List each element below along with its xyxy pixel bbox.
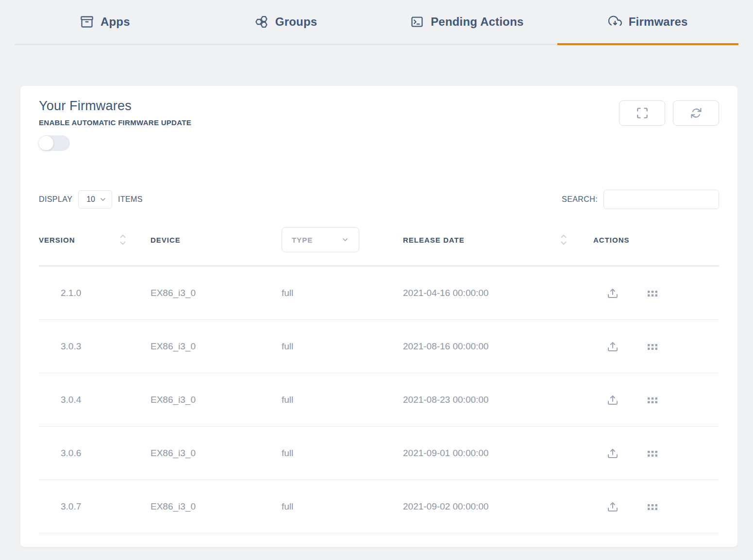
upload-firmware-button[interactable] — [607, 341, 619, 352]
row-menu-button[interactable] — [647, 394, 658, 406]
cell-release-date: 2021-09-02 00:00:00 — [403, 501, 573, 512]
table-row: 3.0.7 EX86_i3_0 full 2021-09-02 00:00:00 — [39, 480, 719, 533]
column-header-device: DEVICE — [151, 236, 282, 244]
upload-firmware-button[interactable] — [607, 447, 619, 459]
cell-release-date: 2021-04-16 00:00:00 — [403, 288, 573, 298]
tab-apps[interactable]: Apps — [15, 0, 196, 44]
cell-actions — [573, 394, 719, 406]
upload-firmware-button[interactable] — [607, 394, 619, 406]
column-header-type: TYPE — [282, 227, 403, 252]
upload-firmware-button[interactable] — [607, 501, 619, 512]
auto-update-toggle[interactable] — [39, 135, 70, 151]
page-size-select[interactable]: 10 — [78, 190, 112, 209]
table-row: 3.0.4 EX86_i3_0 full 2021-08-23 00:00:00 — [39, 373, 719, 427]
cell-device: EX86_i3_0 — [151, 288, 282, 298]
tab-label: Apps — [100, 15, 130, 29]
tab-label: Groups — [275, 15, 318, 29]
cell-version: 3.0.4 — [39, 395, 151, 405]
column-header-release-date[interactable]: RELEASE DATE — [403, 234, 573, 245]
cell-release-date: 2021-08-16 00:00:00 — [403, 341, 573, 352]
items-label: ITEMS — [118, 195, 143, 204]
apps-icon — [80, 15, 94, 29]
cell-type: full — [282, 341, 403, 352]
fullscreen-icon — [636, 107, 649, 119]
table-header-row: VERSION DEVICE TYPE RELEASE DATE — [39, 214, 719, 266]
row-menu-button[interactable] — [647, 341, 658, 352]
cell-actions — [573, 341, 719, 352]
refresh-button[interactable] — [673, 100, 719, 126]
display-label: DISPLAY — [39, 195, 72, 204]
tab-groups[interactable]: Groups — [196, 0, 377, 44]
cell-actions — [573, 287, 719, 299]
tab-label: Firmwares — [629, 15, 688, 29]
cell-device: EX86_i3_0 — [151, 341, 282, 352]
firmwares-table: VERSION DEVICE TYPE RELEASE DATE — [39, 214, 719, 533]
refresh-icon — [690, 107, 702, 119]
row-menu-button[interactable] — [647, 287, 658, 299]
upload-firmware-button[interactable] — [607, 287, 619, 299]
sort-arrows-release-date[interactable] — [560, 234, 567, 245]
cell-type: full — [282, 288, 403, 298]
pending-actions-icon — [410, 15, 424, 29]
top-tab-bar: Apps Groups Pending Actions Firmwares — [15, 0, 738, 45]
cell-type: full — [282, 501, 403, 512]
cell-release-date: 2021-08-23 00:00:00 — [403, 395, 573, 405]
fullscreen-button[interactable] — [619, 100, 665, 126]
page-size-value: 10 — [86, 195, 95, 204]
cell-actions — [573, 447, 719, 459]
cell-version: 2.1.0 — [39, 288, 151, 298]
column-header-actions: ACTIONS — [573, 236, 719, 244]
row-menu-button[interactable] — [647, 447, 658, 459]
cell-version: 3.0.6 — [39, 448, 151, 459]
search-input[interactable] — [603, 190, 719, 209]
search-label: SEARCH: — [562, 195, 598, 204]
cell-device: EX86_i3_0 — [151, 448, 282, 459]
cell-device: EX86_i3_0 — [151, 395, 282, 405]
sort-arrows-version[interactable] — [119, 234, 126, 245]
cell-device: EX86_i3_0 — [151, 501, 282, 512]
table-row: 2.1.0 EX86_i3_0 full 2021-04-16 00:00:00 — [39, 266, 719, 320]
firmwares-panel: Your Firmwares ENABLE AUTOMATIC FIRMWARE… — [20, 86, 737, 547]
cell-version: 3.0.7 — [39, 501, 151, 512]
firmwares-icon — [608, 15, 622, 29]
auto-update-label: ENABLE AUTOMATIC FIRMWARE UPDATE — [39, 118, 191, 127]
chevron-down-icon — [99, 196, 107, 203]
page-title: Your Firmwares — [39, 99, 191, 114]
toggle-knob — [39, 136, 53, 150]
panel-header: Your Firmwares ENABLE AUTOMATIC FIRMWARE… — [39, 99, 191, 151]
type-filter-select[interactable]: TYPE — [282, 227, 359, 252]
row-menu-button[interactable] — [647, 501, 658, 512]
tab-pending-actions[interactable]: Pending Actions — [377, 0, 558, 44]
cell-actions — [573, 501, 719, 512]
cell-version: 3.0.3 — [39, 341, 151, 352]
groups-icon — [255, 15, 268, 29]
tab-firmwares[interactable]: Firmwares — [557, 0, 738, 44]
tab-label: Pending Actions — [431, 15, 523, 29]
cell-type: full — [282, 395, 403, 405]
table-row: 3.0.6 EX86_i3_0 full 2021-09-01 00:00:00 — [39, 427, 719, 480]
column-header-version[interactable]: VERSION — [39, 234, 151, 245]
cell-type: full — [282, 448, 403, 459]
chevron-down-icon — [341, 236, 349, 244]
cell-release-date: 2021-09-01 00:00:00 — [403, 448, 573, 459]
table-row: 3.0.3 EX86_i3_0 full 2021-08-16 00:00:00 — [39, 320, 719, 373]
